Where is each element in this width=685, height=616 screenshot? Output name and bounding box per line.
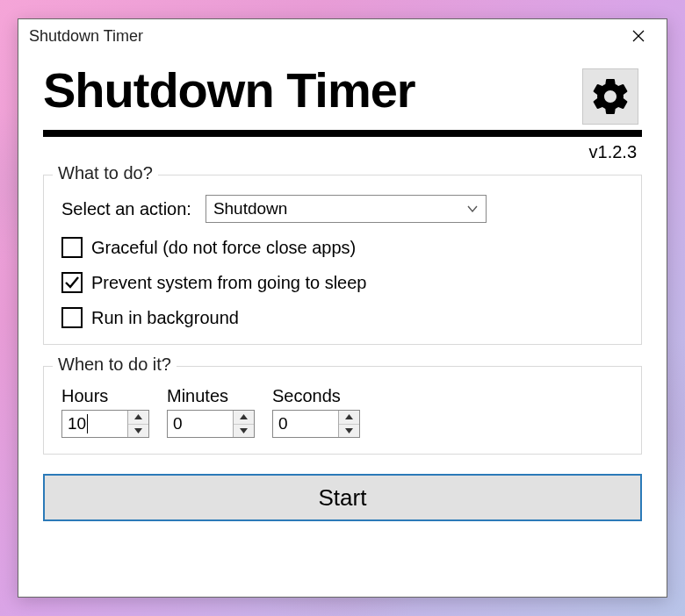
client-area: Shutdown Timer v1.2.3 What to do? Select… xyxy=(18,53,667,597)
seconds-spinner[interactable]: 0 xyxy=(272,410,360,438)
time-row: Hours 10 Minutes xyxy=(61,386,624,438)
hours-arrows xyxy=(127,411,148,437)
arrow-up-icon xyxy=(240,414,248,419)
minutes-value[interactable]: 0 xyxy=(168,411,233,437)
action-select-label: Select an action: xyxy=(61,199,191,219)
close-button[interactable] xyxy=(621,23,656,49)
svg-marker-4 xyxy=(240,414,248,419)
time-legend: When to do it? xyxy=(53,355,177,375)
seconds-up-button[interactable] xyxy=(339,411,359,424)
minutes-spinner[interactable]: 0 xyxy=(167,410,255,438)
graceful-checkbox[interactable] xyxy=(61,237,83,258)
seconds-label: Seconds xyxy=(272,386,360,406)
action-legend: What to do? xyxy=(53,163,158,183)
action-select-row: Select an action: Shutdown xyxy=(61,195,624,223)
header-rule xyxy=(43,130,642,137)
settings-button[interactable] xyxy=(582,68,638,125)
action-groupbox: What to do? Select an action: Shutdown G… xyxy=(43,175,642,345)
hours-up-button[interactable] xyxy=(128,411,148,424)
seconds-value[interactable]: 0 xyxy=(273,411,338,437)
svg-marker-2 xyxy=(134,414,142,419)
arrow-up-icon xyxy=(345,414,353,419)
hours-value[interactable]: 10 xyxy=(62,411,127,437)
background-checkbox-row: Run in background xyxy=(61,307,624,328)
arrow-down-icon xyxy=(134,428,142,433)
seconds-down-button[interactable] xyxy=(339,424,359,438)
start-button-label: Start xyxy=(319,484,367,512)
svg-marker-5 xyxy=(240,428,248,433)
seconds-arrows xyxy=(338,411,359,437)
minutes-down-button[interactable] xyxy=(234,424,254,438)
prevent-sleep-checkbox-row: Prevent system from going to sleep xyxy=(61,272,624,293)
chevron-down-icon xyxy=(466,203,479,215)
app-title: Shutdown Timer xyxy=(43,65,415,117)
gear-icon xyxy=(589,75,631,118)
graceful-checkbox-row: Graceful (do not force close apps) xyxy=(61,237,624,258)
version-label: v1.2.3 xyxy=(43,142,642,162)
action-select-value: Shutdown xyxy=(213,199,288,218)
action-select[interactable]: Shutdown xyxy=(206,195,487,223)
hours-down-button[interactable] xyxy=(128,424,148,438)
window-title: Shutdown Timer xyxy=(29,27,143,46)
background-checkbox[interactable] xyxy=(61,307,83,328)
start-button[interactable]: Start xyxy=(43,474,642,521)
hours-group: Hours 10 xyxy=(61,386,149,438)
svg-marker-3 xyxy=(134,428,142,433)
svg-marker-7 xyxy=(345,428,353,433)
app-window: Shutdown Timer Shutdown Timer v1.2.3 Wha… xyxy=(18,18,667,598)
prevent-sleep-checkbox-label: Prevent system from going to sleep xyxy=(91,273,366,293)
seconds-group: Seconds 0 xyxy=(272,386,360,438)
prevent-sleep-checkbox[interactable] xyxy=(61,272,83,293)
close-icon xyxy=(632,30,645,42)
minutes-up-button[interactable] xyxy=(234,411,254,424)
time-groupbox: When to do it? Hours 10 xyxy=(43,366,642,455)
background-checkbox-label: Run in background xyxy=(91,308,239,328)
hours-label: Hours xyxy=(61,386,149,406)
arrow-up-icon xyxy=(134,414,142,419)
svg-marker-6 xyxy=(345,414,353,419)
graceful-checkbox-label: Graceful (do not force close apps) xyxy=(91,238,356,258)
checkmark-icon xyxy=(64,275,80,290)
hours-spinner[interactable]: 10 xyxy=(61,410,149,438)
minutes-arrows xyxy=(233,411,254,437)
minutes-group: Minutes 0 xyxy=(167,386,255,438)
minutes-label: Minutes xyxy=(167,386,255,406)
arrow-down-icon xyxy=(240,428,248,433)
arrow-down-icon xyxy=(345,428,353,433)
header-row: Shutdown Timer xyxy=(43,65,642,125)
titlebar: Shutdown Timer xyxy=(18,19,667,53)
